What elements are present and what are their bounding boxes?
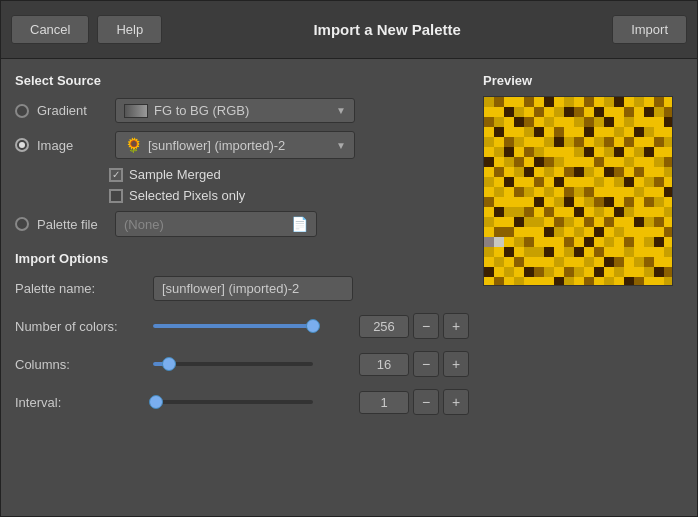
pixel-cell (644, 167, 654, 177)
interval-thumb[interactable] (149, 395, 163, 409)
pixel-cell (534, 187, 544, 197)
pixel-cell (624, 247, 634, 257)
preview-title: Preview (483, 73, 683, 88)
pixel-cell (584, 237, 594, 247)
pixel-cell (494, 107, 504, 117)
columns-minus-button[interactable]: − (413, 351, 439, 377)
palette-file-input[interactable]: (None) 📄 (115, 211, 317, 237)
pixel-cell (614, 157, 624, 167)
help-button[interactable]: Help (97, 15, 162, 44)
pixel-cell (594, 277, 604, 286)
pixel-cell (574, 267, 584, 277)
columns-label: Columns: (15, 357, 145, 372)
interval-display[interactable]: 1 (359, 391, 409, 414)
pixel-cell (504, 247, 514, 257)
pixel-cell (644, 277, 654, 286)
pixel-cell (514, 197, 524, 207)
pixel-cell (614, 277, 624, 286)
pixel-cell (654, 177, 664, 187)
pixel-cell (504, 107, 514, 117)
pixel-cell (574, 187, 584, 197)
pixel-cell (524, 217, 534, 227)
pixel-cell (484, 237, 494, 247)
pixel-cell (614, 267, 624, 277)
pixel-cell (634, 257, 644, 267)
interval-slider[interactable] (153, 400, 313, 404)
image-dropdown[interactable]: 🌻 [sunflower] (imported)-2 ▼ (115, 131, 355, 159)
pixel-cell (544, 117, 554, 127)
pixel-cell (564, 127, 574, 137)
num-colors-thumb[interactable] (306, 319, 320, 333)
pixel-cell (514, 177, 524, 187)
interval-minus-button[interactable]: − (413, 389, 439, 415)
pixel-cell (564, 167, 574, 177)
pixel-cell (664, 117, 673, 127)
pixel-cell (494, 257, 504, 267)
pixel-cell (624, 107, 634, 117)
image-dropdown-arrow-icon: ▼ (336, 140, 346, 151)
pixel-cell (554, 157, 564, 167)
num-colors-fill (153, 324, 313, 328)
pixel-cell (524, 177, 534, 187)
pixel-cell (514, 147, 524, 157)
pixel-cell (614, 247, 624, 257)
pixel-cell (654, 277, 664, 286)
select-source-section: Select Source Gradient FG to BG (RGB) ▼ (15, 73, 469, 237)
pixel-cell (484, 257, 494, 267)
pixel-cell (664, 147, 673, 157)
num-colors-display[interactable]: 256 (359, 315, 409, 338)
gradient-radio[interactable] (15, 104, 29, 118)
pixel-cell (524, 97, 534, 107)
cancel-button[interactable]: Cancel (11, 15, 89, 44)
pixel-cell (514, 127, 524, 137)
pixel-cell (524, 147, 534, 157)
gradient-dropdown[interactable]: FG to BG (RGB) ▼ (115, 98, 355, 123)
columns-thumb[interactable] (162, 357, 176, 371)
columns-plus-button[interactable]: + (443, 351, 469, 377)
pixel-cell (534, 147, 544, 157)
selected-pixels-checkbox[interactable] (109, 189, 123, 203)
pixel-cell (524, 137, 534, 147)
pixel-cell (654, 217, 664, 227)
sample-merged-checkbox[interactable]: ✓ (109, 168, 123, 182)
pixel-cell (614, 217, 624, 227)
pixel-cell (654, 227, 664, 237)
image-radio[interactable] (15, 138, 29, 152)
pixel-cell (504, 137, 514, 147)
pixel-cell (654, 167, 664, 177)
num-colors-plus-button[interactable]: + (443, 313, 469, 339)
pixel-cell (534, 177, 544, 187)
pixel-cell (544, 177, 554, 187)
pixel-cell (584, 157, 594, 167)
columns-slider[interactable] (153, 362, 313, 366)
pixel-cell (484, 137, 494, 147)
pixel-cell (624, 267, 634, 277)
pixel-cell (504, 167, 514, 177)
num-colors-slider[interactable] (153, 324, 313, 328)
pixel-cell (484, 267, 494, 277)
pixel-cell (514, 117, 524, 127)
pixel-cell (554, 217, 564, 227)
pixel-cell (554, 167, 564, 177)
pixel-cell (614, 237, 624, 247)
num-colors-minus-button[interactable]: − (413, 313, 439, 339)
pixel-cell (584, 117, 594, 127)
pixel-cell (594, 257, 604, 267)
palette-name-input[interactable]: [sunflower] (imported)-2 (153, 276, 353, 301)
pixel-cell (654, 187, 664, 197)
pixel-cell (584, 227, 594, 237)
pixel-cell (534, 277, 544, 286)
columns-display[interactable]: 16 (359, 353, 409, 376)
import-button[interactable]: Import (612, 15, 687, 44)
palette-file-radio[interactable] (15, 217, 29, 231)
interval-plus-button[interactable]: + (443, 389, 469, 415)
pixel-cell (564, 267, 574, 277)
pixel-cell (624, 197, 634, 207)
pixel-cell (604, 267, 614, 277)
pixel-cell (594, 97, 604, 107)
pixel-cell (484, 197, 494, 207)
pixel-cell (484, 187, 494, 197)
pixel-cell (634, 157, 644, 167)
pixel-cell (524, 157, 534, 167)
pixel-cell (504, 117, 514, 127)
